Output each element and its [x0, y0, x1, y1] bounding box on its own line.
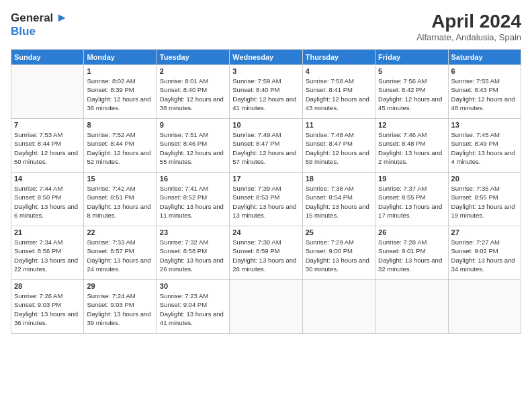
- day-detail: Sunrise: 7:39 AMSunset: 8:53 PMDaylight:…: [232, 185, 296, 219]
- day-number: 16: [160, 175, 226, 183]
- day-number: 12: [378, 121, 445, 129]
- day-number: 7: [14, 121, 81, 129]
- day-number: 9: [160, 121, 226, 129]
- table-row: 22 Sunrise: 7:33 AMSunset: 8:57 PMDaylig…: [84, 226, 157, 280]
- table-row: 26 Sunrise: 7:28 AMSunset: 9:01 PMDaylig…: [375, 226, 448, 280]
- calendar: Sunday Monday Tuesday Wednesday Thursday…: [11, 49, 521, 334]
- calendar-header-row: Sunday Monday Tuesday Wednesday Thursday…: [11, 50, 521, 65]
- table-row: [11, 65, 84, 119]
- day-number: 10: [232, 121, 299, 129]
- logo: General ► Blue: [11, 11, 68, 38]
- table-row: 14 Sunrise: 7:44 AMSunset: 8:50 PMDaylig…: [11, 173, 84, 226]
- day-number: 15: [87, 175, 153, 183]
- table-row: 28 Sunrise: 7:26 AMSunset: 9:03 PMDaylig…: [11, 280, 84, 334]
- day-detail: Sunrise: 7:38 AMSunset: 8:54 PMDaylight:…: [306, 185, 369, 219]
- table-row: 2 Sunrise: 8:01 AMSunset: 8:40 PMDayligh…: [157, 65, 229, 119]
- day-number: 27: [451, 228, 518, 236]
- day-detail: Sunrise: 7:42 AMSunset: 8:51 PMDaylight:…: [87, 185, 150, 219]
- day-number: 18: [306, 175, 372, 183]
- table-row: 9 Sunrise: 7:51 AMSunset: 8:46 PMDayligh…: [157, 119, 229, 173]
- table-row: 15 Sunrise: 7:42 AMSunset: 8:51 PMDaylig…: [84, 173, 157, 226]
- table-row: 21 Sunrise: 7:34 AMSunset: 8:56 PMDaylig…: [11, 226, 84, 280]
- table-row: 7 Sunrise: 7:53 AMSunset: 8:44 PMDayligh…: [11, 119, 84, 173]
- day-detail: Sunrise: 7:24 AMSunset: 9:03 PMDaylight:…: [87, 292, 150, 326]
- day-detail: Sunrise: 8:01 AMSunset: 8:40 PMDaylight:…: [160, 77, 224, 111]
- logo-blue: Blue: [11, 25, 36, 38]
- page: General ► Blue April 2024 Alfarnate, And…: [0, 0, 532, 411]
- col-sunday: Sunday: [11, 50, 84, 65]
- table-row: 30 Sunrise: 7:23 AMSunset: 9:04 PMDaylig…: [157, 280, 229, 334]
- day-number: 28: [14, 282, 81, 290]
- day-number: 29: [87, 282, 153, 290]
- table-row: [230, 280, 302, 334]
- location: Alfarnate, Andalusia, Spain: [416, 32, 521, 42]
- day-number: 11: [306, 121, 372, 129]
- table-row: [302, 280, 375, 334]
- day-detail: Sunrise: 7:52 AMSunset: 8:44 PMDaylight:…: [87, 131, 150, 165]
- day-detail: Sunrise: 7:44 AMSunset: 8:50 PMDaylight:…: [14, 185, 78, 219]
- day-detail: Sunrise: 7:45 AMSunset: 8:49 PMDaylight:…: [451, 131, 515, 165]
- day-detail: Sunrise: 7:55 AMSunset: 8:43 PMDaylight:…: [451, 77, 515, 111]
- table-row: 27 Sunrise: 7:27 AMSunset: 9:02 PMDaylig…: [448, 226, 521, 280]
- day-detail: Sunrise: 7:49 AMSunset: 8:47 PMDaylight:…: [232, 131, 296, 165]
- day-number: 2: [160, 67, 226, 75]
- table-row: [375, 280, 448, 334]
- title-block: April 2024 Alfarnate, Andalusia, Spain: [416, 11, 521, 42]
- col-monday: Monday: [84, 50, 157, 65]
- col-wednesday: Wednesday: [230, 50, 302, 65]
- day-number: 4: [306, 67, 372, 75]
- day-number: 19: [378, 175, 445, 183]
- day-detail: Sunrise: 7:59 AMSunset: 8:40 PMDaylight:…: [232, 77, 296, 111]
- table-row: 29 Sunrise: 7:24 AMSunset: 9:03 PMDaylig…: [84, 280, 157, 334]
- day-number: 14: [14, 175, 81, 183]
- day-detail: Sunrise: 7:56 AMSunset: 8:42 PMDaylight:…: [378, 77, 442, 111]
- day-number: 25: [306, 228, 372, 236]
- header: General ► Blue April 2024 Alfarnate, And…: [11, 11, 521, 42]
- day-detail: Sunrise: 7:32 AMSunset: 8:58 PMDaylight:…: [160, 238, 224, 273]
- day-detail: Sunrise: 7:35 AMSunset: 8:55 PMDaylight:…: [451, 185, 515, 219]
- day-detail: Sunrise: 7:51 AMSunset: 8:46 PMDaylight:…: [160, 131, 224, 165]
- table-row: 19 Sunrise: 7:37 AMSunset: 8:55 PMDaylig…: [375, 173, 448, 226]
- day-detail: Sunrise: 7:28 AMSunset: 9:01 PMDaylight:…: [378, 238, 442, 273]
- logo-general: General: [11, 11, 53, 25]
- logo-arrow-icon: ►: [56, 11, 68, 25]
- day-detail: Sunrise: 7:34 AMSunset: 8:56 PMDaylight:…: [14, 238, 78, 273]
- day-detail: Sunrise: 7:27 AMSunset: 9:02 PMDaylight:…: [451, 238, 515, 273]
- day-detail: Sunrise: 7:37 AMSunset: 8:55 PMDaylight:…: [378, 185, 442, 219]
- col-saturday: Saturday: [448, 50, 521, 65]
- day-number: 13: [451, 121, 518, 129]
- day-detail: Sunrise: 7:23 AMSunset: 9:04 PMDaylight:…: [160, 292, 224, 326]
- day-number: 26: [378, 228, 445, 236]
- table-row: 5 Sunrise: 7:56 AMSunset: 8:42 PMDayligh…: [375, 65, 448, 119]
- day-number: 6: [451, 67, 518, 75]
- day-detail: Sunrise: 7:26 AMSunset: 9:03 PMDaylight:…: [14, 292, 78, 326]
- day-detail: Sunrise: 7:46 AMSunset: 8:48 PMDaylight:…: [378, 131, 442, 165]
- day-detail: Sunrise: 7:48 AMSunset: 8:47 PMDaylight:…: [306, 131, 369, 165]
- col-thursday: Thursday: [302, 50, 375, 65]
- day-number: 23: [160, 228, 226, 236]
- table-row: 8 Sunrise: 7:52 AMSunset: 8:44 PMDayligh…: [84, 119, 157, 173]
- table-row: 25 Sunrise: 7:29 AMSunset: 9:00 PMDaylig…: [302, 226, 375, 280]
- day-number: 30: [160, 282, 226, 290]
- day-number: 3: [232, 67, 299, 75]
- col-tuesday: Tuesday: [157, 50, 229, 65]
- day-detail: Sunrise: 7:41 AMSunset: 8:52 PMDaylight:…: [160, 185, 224, 219]
- day-detail: Sunrise: 7:53 AMSunset: 8:44 PMDaylight:…: [14, 131, 78, 165]
- table-row: 3 Sunrise: 7:59 AMSunset: 8:40 PMDayligh…: [230, 65, 302, 119]
- table-row: [448, 280, 521, 334]
- day-detail: Sunrise: 7:29 AMSunset: 9:00 PMDaylight:…: [306, 238, 369, 273]
- table-row: 12 Sunrise: 7:46 AMSunset: 8:48 PMDaylig…: [375, 119, 448, 173]
- table-row: 23 Sunrise: 7:32 AMSunset: 8:58 PMDaylig…: [157, 226, 229, 280]
- table-row: 20 Sunrise: 7:35 AMSunset: 8:55 PMDaylig…: [448, 173, 521, 226]
- day-number: 17: [232, 175, 299, 183]
- day-number: 5: [378, 67, 445, 75]
- day-number: 20: [451, 175, 518, 183]
- day-number: 1: [87, 67, 153, 75]
- day-detail: Sunrise: 7:58 AMSunset: 8:41 PMDaylight:…: [306, 77, 369, 111]
- table-row: 4 Sunrise: 7:58 AMSunset: 8:41 PMDayligh…: [302, 65, 375, 119]
- day-number: 8: [87, 121, 153, 129]
- table-row: 1 Sunrise: 8:02 AMSunset: 8:39 PMDayligh…: [84, 65, 157, 119]
- table-row: 17 Sunrise: 7:39 AMSunset: 8:53 PMDaylig…: [230, 173, 302, 226]
- col-friday: Friday: [375, 50, 448, 65]
- month-title: April 2024: [416, 11, 521, 32]
